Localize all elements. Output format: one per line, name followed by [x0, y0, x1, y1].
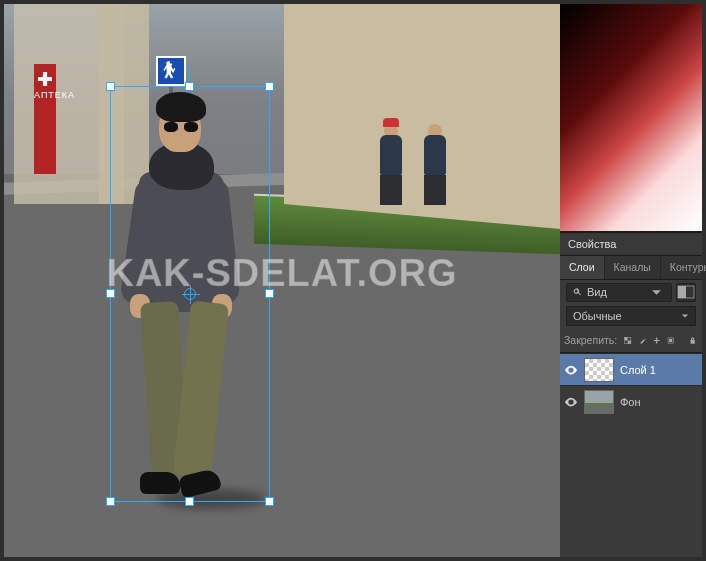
lock-label: Закрепить: [564, 334, 617, 346]
pharmacy-label: АПТЕКА [34, 90, 75, 100]
transform-rotate-stub[interactable] [189, 67, 190, 83]
layers-panel-tabs: Слои Каналы Контуры [560, 256, 702, 280]
opacity-icon [677, 285, 695, 299]
properties-panel: Свойства [560, 232, 702, 255]
layer-thumbnail[interactable] [584, 390, 614, 414]
transform-handle-n[interactable] [185, 82, 194, 91]
subject-person [114, 84, 244, 514]
color-picker-panel[interactable] [560, 4, 702, 232]
layer-row[interactable]: Фон [560, 385, 702, 417]
blend-mode-value: Обычные [573, 310, 622, 322]
visibility-icon[interactable] [564, 395, 578, 409]
right-panels: Свойства Слои Каналы Контуры Вид Обычные [560, 4, 702, 557]
filter-toggle-button[interactable] [676, 283, 696, 302]
brush-lock-icon[interactable] [639, 334, 646, 347]
properties-panel-title[interactable]: Свойства [560, 233, 702, 255]
svg-rect-4 [669, 338, 672, 341]
transform-handle-ne[interactable] [265, 82, 274, 91]
layer-name[interactable]: Фон [620, 396, 641, 408]
transform-handle-se[interactable] [265, 497, 274, 506]
lock-transparency-icon[interactable] [624, 334, 631, 347]
layer-thumbnail[interactable] [584, 358, 614, 382]
chevron-down-icon [651, 287, 662, 298]
artboard-lock-icon[interactable] [667, 334, 674, 347]
bg-pedestrian [424, 124, 446, 194]
scene-building [284, 4, 560, 235]
transform-handle-e[interactable] [265, 289, 274, 298]
tab-paths[interactable]: Контуры [661, 256, 706, 279]
pharmacy-sign: АПТЕКА [34, 64, 56, 174]
transform-handle-nw[interactable] [106, 82, 115, 91]
svg-rect-1 [678, 286, 686, 298]
move-lock-icon[interactable] [653, 334, 660, 347]
chevron-down-icon [681, 312, 689, 320]
pedestrian-sign-icon [156, 56, 186, 86]
bg-pedestrian [380, 124, 402, 194]
layer-row[interactable]: Слой 1 [560, 353, 702, 385]
search-icon [572, 287, 583, 298]
lock-all-icon[interactable] [689, 334, 696, 347]
layers-panel: Слои Каналы Контуры Вид Обычные Закрепит… [560, 255, 702, 417]
layer-name[interactable]: Слой 1 [620, 364, 656, 376]
tab-layers[interactable]: Слои [560, 256, 605, 279]
visibility-icon[interactable] [564, 363, 578, 377]
transform-handle-sw[interactable] [106, 497, 115, 506]
transform-handle-w[interactable] [106, 289, 115, 298]
document-canvas[interactable]: АПТЕКА KAK-SDELAT.ORG [4, 4, 560, 557]
layer-filter-dropdown[interactable]: Вид [566, 283, 672, 302]
tab-channels[interactable]: Каналы [605, 256, 661, 279]
transform-handle-s[interactable] [185, 497, 194, 506]
layer-filter-label: Вид [587, 286, 607, 298]
pharmacy-cross-icon [38, 72, 52, 86]
blend-mode-dropdown[interactable]: Обычные [566, 306, 696, 326]
